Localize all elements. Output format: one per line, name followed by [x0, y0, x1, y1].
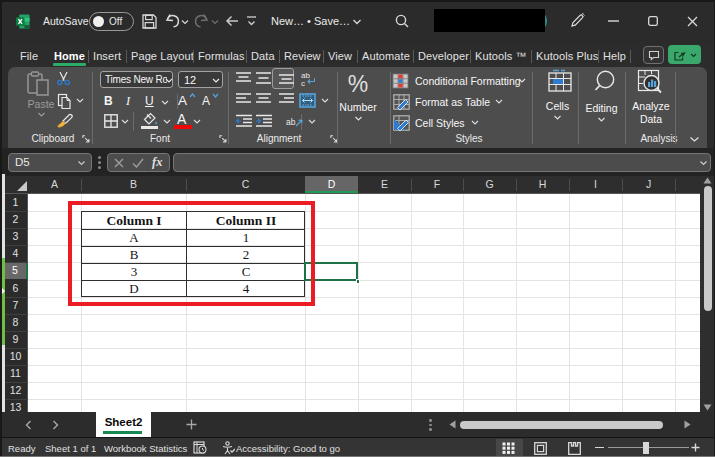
svg-text:ab: ab: [286, 117, 296, 127]
svg-text:c: c: [301, 79, 305, 87]
